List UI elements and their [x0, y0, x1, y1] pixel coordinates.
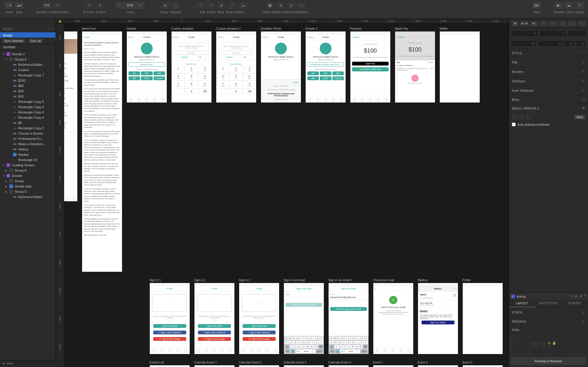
page-item-symbols[interactable]: Symbols	[0, 44, 56, 50]
anima-tab-layout[interactable]: LAYOUT	[509, 300, 535, 307]
artboard[interactable]: Sign in via email‹Sign in via emailEmail…	[284, 279, 324, 354]
artboard-title[interactable]: Events List	[149, 361, 190, 364]
layers-list[interactable]: ▼Donate 2▼Group 6AaRichmond Ballet...AaC…	[0, 50, 56, 367]
artboard-title[interactable]: Event 3	[462, 361, 503, 364]
y-field[interactable]: Y	[539, 30, 567, 37]
artboard[interactable]: Donate 2HistoryDonateRichmond Ballet Sch…	[305, 27, 346, 272]
add-shadow-icon[interactable]: ＋	[582, 79, 585, 83]
data-button[interactable]: ☁▾	[14, 1, 24, 9]
mm-preview-icon[interactable]	[526, 114, 531, 120]
export-button[interactable]: ⇪	[574, 1, 584, 9]
layer-item[interactable]: ▼Donate 2	[0, 51, 56, 57]
sync-selected-button[interactable]: Sync Selected	[2, 38, 26, 43]
artboard[interactable]: vs Threery, 2017of Richmond balletbles p…	[64, 27, 78, 272]
align-left-button[interactable]: |⯇	[511, 21, 519, 26]
artboard[interactable]: Custom donation 2HistoryDonateEnter a cu…	[216, 27, 256, 272]
artboard[interactable]: Event 1‹ EventsA world premiere by Melis…	[373, 361, 414, 367]
mm-rotate-icon[interactable]	[519, 114, 524, 120]
artboard-title[interactable]: Calendar Event 4	[328, 361, 369, 364]
mask-button[interactable]: ◐	[217, 1, 227, 9]
artboard[interactable]: Donation PickerHistoryDonateRichmond Bal…	[261, 27, 301, 272]
style-section[interactable]: STYLE˅	[509, 49, 588, 57]
artboard[interactable]: Event 3	[462, 361, 503, 367]
intersect-button[interactable]: ◍	[286, 1, 296, 9]
blurs-section[interactable]: Blurs☐	[509, 95, 588, 104]
auto-artboard-refresh-checkbox[interactable]: Auto Artboard Refresh	[509, 121, 588, 128]
artboard[interactable]: Events ListEvents ListA world premiere b…	[149, 361, 190, 367]
layer-item[interactable]: Aa$50	[0, 83, 56, 88]
artboard-title[interactable]: News Four	[82, 27, 122, 30]
artboard[interactable]: Payment‹ DonateDonation amount$100for Pr…	[350, 27, 391, 272]
artboard-title[interactable]: Check your mail	[373, 279, 414, 282]
layer-item[interactable]: Aa$20	[0, 88, 56, 94]
layer-item[interactable]: ▭Rectangle Copy 7	[0, 73, 56, 78]
pin-h-button[interactable]	[539, 341, 547, 348]
anima-refresh-icon[interactable]: ⟳	[571, 294, 573, 298]
anima-help-icon[interactable]: ?	[584, 294, 586, 298]
symbols-button[interactable]: ⟳▾	[42, 1, 52, 9]
distribute-h-button[interactable]: ↔	[568, 21, 577, 26]
layer-item[interactable]: ▼Loading Screen	[0, 162, 56, 168]
layer-item[interactable]: ▼Donate	[0, 173, 56, 178]
x-field[interactable]: X	[511, 30, 538, 37]
group-button[interactable]: ▣	[160, 1, 170, 9]
borders-section[interactable]: Borders＋	[509, 67, 588, 76]
ruler-lock-icon[interactable]: 🔒	[56, 19, 64, 24]
artboard-title[interactable]: Sign in via email	[284, 279, 324, 282]
collapse-pages-icon[interactable]: ˄	[52, 27, 53, 31]
layer-item[interactable]: AaChoose a Donati...	[0, 131, 56, 136]
artboard-title[interactable]: Donate 2	[305, 27, 346, 30]
filter-bar[interactable]: ⚙Filter	[0, 360, 56, 367]
artboard-title[interactable]: Mailbox	[418, 279, 458, 282]
artboard-title[interactable]: Profile	[462, 279, 503, 282]
align-top-button[interactable]: ⎺	[539, 21, 548, 26]
mm-flip-icon[interactable]	[512, 114, 517, 120]
fills-section[interactable]: Fills＋	[509, 58, 588, 67]
add-inner-shadow-icon[interactable]: ＋	[582, 88, 585, 93]
h-field[interactable]: H	[537, 40, 563, 47]
flatten-button[interactable]: ▬	[238, 1, 248, 9]
align-hcenter-button[interactable]: ⯈|⯇	[520, 21, 529, 26]
cloud-button[interactable]: ☁	[564, 1, 574, 9]
mm-auto-button[interactable]: Auto	[574, 115, 585, 119]
align-bottom-button[interactable]: ⎽	[558, 21, 567, 26]
artboard-title[interactable]: Payment	[350, 27, 391, 30]
pin-grid[interactable]	[512, 336, 529, 353]
artboard[interactable]: Calendar Event 3Events List‹ March 2017 …	[284, 361, 324, 367]
layer-item[interactable]: Navbar	[0, 152, 56, 157]
scale-button[interactable]: ⤢	[227, 1, 237, 9]
artboard[interactable]: Apple Pay‹ DonateDonation amount$100for …	[395, 27, 435, 272]
artboard-title[interactable]: vs Three	[64, 27, 78, 30]
add-border-icon[interactable]: ＋	[582, 69, 585, 74]
layer-item[interactable]: AaCustom	[0, 67, 56, 73]
artboard[interactable]: Profile	[462, 279, 503, 354]
inner-shadows-section[interactable]: Inner Shadows＋	[509, 86, 588, 95]
artboard-area[interactable]: vs Threery, 2017of Richmond balletbles p…	[64, 24, 509, 367]
artboard[interactable]: Custom donationHistoryDonateEnter a cust…	[171, 27, 212, 272]
add-page-icon[interactable]: ＋	[47, 27, 50, 31]
artboard-title[interactable]: Apple Pay	[395, 27, 435, 30]
layer-item[interactable]: AaRichmond Ballet...	[0, 62, 56, 67]
artboard-title[interactable]: Donate	[126, 27, 167, 30]
stack-section[interactable]: STACK＋	[509, 308, 588, 317]
layer-item[interactable]: Aa$5	[0, 120, 56, 125]
layer-item[interactable]: AaRichmond Ballet...	[0, 194, 56, 200]
artboard-title[interactable]: Event 2	[418, 361, 458, 364]
add-stack-icon[interactable]: ＋	[582, 310, 585, 314]
artboard-title[interactable]: Custom donation	[171, 27, 212, 30]
layer-item[interactable]: ▶Group 6	[0, 189, 56, 194]
add-fill-icon[interactable]: ＋	[582, 60, 585, 64]
create-symbol-button[interactable]: ⟳	[52, 1, 62, 9]
artboard[interactable]: Sign in 3Profile♡Invite friends and fami…	[239, 279, 279, 354]
w-field[interactable]: W	[511, 40, 536, 47]
artboard-title[interactable]: Sign in 1	[149, 279, 190, 282]
zoom-in-button[interactable]: +	[136, 4, 145, 7]
layer-item[interactable]: ▭Rectangle Copy 3	[0, 104, 56, 110]
blur-toggle-icon[interactable]: ☐	[582, 98, 585, 101]
gear-icon[interactable]: ⚙	[582, 106, 585, 110]
view-button[interactable]: ▤▾	[532, 1, 542, 9]
subtract-button[interactable]: ◑	[275, 1, 285, 9]
ungroup-button[interactable]: ▢	[171, 1, 181, 9]
align-vcenter-button[interactable]: ─	[549, 21, 558, 26]
artboard[interactable]: Check your mail✕✓Sent! Check your emailW…	[373, 279, 414, 354]
